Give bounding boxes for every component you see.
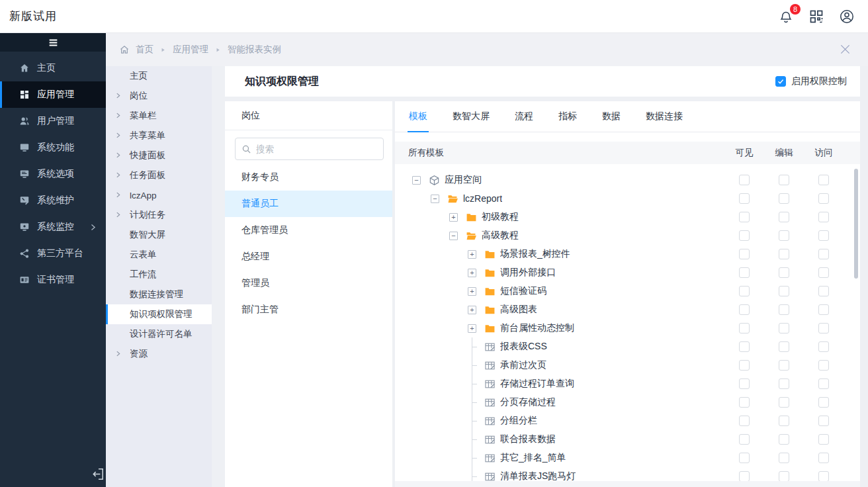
vertical-scrollbar-thumb[interactable] xyxy=(854,169,858,279)
permission-checkbox-可见[interactable] xyxy=(739,175,750,185)
sidebar-item-应用管理[interactable]: 应用管理 xyxy=(0,81,106,108)
tree-node[interactable]: +前台属性动态控制 xyxy=(395,322,724,334)
submenu-item-lczApp[interactable]: lczApp xyxy=(106,185,212,205)
close-icon[interactable] xyxy=(838,42,852,56)
tab-模板[interactable]: 模板 xyxy=(408,111,429,132)
submenu-item-任务面板[interactable]: 任务面板 xyxy=(106,165,212,185)
tree-node[interactable]: 承前过次页 xyxy=(395,356,724,375)
role-item[interactable]: 管理员 xyxy=(225,270,392,296)
permission-checkbox-访问[interactable] xyxy=(818,212,829,222)
role-item[interactable]: 财务专员 xyxy=(225,164,392,191)
sidebar-collapse-toggle[interactable] xyxy=(0,33,106,52)
tree-node[interactable]: +调用外部接口 xyxy=(395,267,724,279)
role-item[interactable]: 普通员工 xyxy=(225,191,392,217)
tab-数据[interactable]: 数据 xyxy=(601,111,622,132)
tree-node[interactable]: +初级教程 xyxy=(395,211,724,223)
permission-checkbox-编辑[interactable] xyxy=(779,416,789,426)
sidebar-item-证书管理[interactable]: 证书管理 xyxy=(0,267,106,293)
sidebar-item-第三方平台[interactable]: 第三方平台 xyxy=(0,240,106,267)
permission-checkbox-编辑[interactable] xyxy=(779,193,789,204)
permission-checkbox-编辑[interactable] xyxy=(779,267,789,278)
permission-checkbox-访问[interactable] xyxy=(818,397,829,408)
tab-指标[interactable]: 指标 xyxy=(557,111,578,132)
permission-checkbox-编辑[interactable] xyxy=(779,360,789,371)
submenu-item-快捷面板[interactable]: 快捷面板 xyxy=(106,146,212,165)
permission-checkbox-可见[interactable] xyxy=(739,230,750,241)
sidebar-item-系统监控[interactable]: 系统监控 xyxy=(0,214,106,240)
expand-node-icon[interactable]: + xyxy=(468,269,476,277)
tab-流程[interactable]: 流程 xyxy=(513,111,535,132)
breadcrumb-item[interactable]: 智能报表实例 xyxy=(228,44,281,56)
permission-checkbox-编辑[interactable] xyxy=(779,212,789,222)
role-search-box[interactable] xyxy=(235,138,384,160)
breadcrumb-item[interactable]: 应用管理 xyxy=(173,44,208,56)
breadcrumb-item[interactable]: 首页 xyxy=(136,44,153,56)
home-icon[interactable] xyxy=(119,44,130,55)
permission-checkbox-访问[interactable] xyxy=(818,416,829,426)
expand-node-icon[interactable]: + xyxy=(468,306,476,314)
permission-checkbox-可见[interactable] xyxy=(739,193,750,204)
role-search-input[interactable] xyxy=(256,144,377,154)
expand-node-icon[interactable]: + xyxy=(468,287,476,296)
qr-code-icon[interactable] xyxy=(808,9,824,24)
collapse-node-icon[interactable]: − xyxy=(431,195,439,203)
permission-checkbox-编辑[interactable] xyxy=(779,397,789,408)
permission-checkbox-编辑[interactable] xyxy=(779,286,789,296)
permission-checkbox-访问[interactable] xyxy=(818,249,829,259)
permission-checkbox-访问[interactable] xyxy=(818,193,829,204)
tree-node[interactable]: −应用空间 xyxy=(395,174,724,186)
permission-checkbox-编辑[interactable] xyxy=(779,341,789,352)
permission-checkbox-访问[interactable] xyxy=(818,175,829,185)
permission-checkbox-访问[interactable] xyxy=(818,230,829,241)
sidebar-item-系统维护[interactable]: 系统维护 xyxy=(0,187,106,214)
tree-node[interactable]: −lczReport xyxy=(395,193,724,204)
permission-checkbox-可见[interactable] xyxy=(739,286,750,296)
permission-checkbox-访问[interactable] xyxy=(818,471,829,482)
notification-bell-icon[interactable]: 8 xyxy=(778,9,794,24)
expand-node-icon[interactable]: + xyxy=(468,250,476,259)
role-item[interactable]: 部门主管 xyxy=(225,296,392,323)
permission-checkbox-访问[interactable] xyxy=(818,434,829,445)
sidebar-exit-button[interactable] xyxy=(91,466,106,482)
tree-node[interactable]: 分组分栏 xyxy=(395,412,724,430)
enable-permission-checkbox[interactable] xyxy=(775,76,786,87)
permission-checkbox-可见[interactable] xyxy=(739,397,750,408)
permission-checkbox-编辑[interactable] xyxy=(779,175,789,185)
tree-node[interactable]: −高级教程 xyxy=(395,230,724,242)
sidebar-item-主页[interactable]: 主页 xyxy=(0,55,106,81)
permission-checkbox-可见[interactable] xyxy=(739,323,750,333)
tree-node[interactable]: 报表级CSS xyxy=(395,337,724,356)
permission-checkbox-可见[interactable] xyxy=(739,360,750,371)
horizontal-scrollbar-track[interactable] xyxy=(395,481,860,487)
permission-checkbox-访问[interactable] xyxy=(818,286,829,296)
submenu-item-数智大屏[interactable]: 数智大屏 xyxy=(106,225,212,245)
submenu-item-云表单[interactable]: 云表单 xyxy=(106,245,212,265)
sidebar-item-系统功能[interactable]: 系统功能 xyxy=(0,134,106,161)
submenu-item-数据连接管理[interactable]: 数据连接管理 xyxy=(106,285,212,304)
permission-checkbox-可见[interactable] xyxy=(739,267,750,278)
permission-checkbox-编辑[interactable] xyxy=(779,378,789,389)
submenu-item-工作流[interactable]: 工作流 xyxy=(106,265,212,285)
permission-checkbox-可见[interactable] xyxy=(739,453,750,463)
tab-数智大屏[interactable]: 数智大屏 xyxy=(451,111,491,132)
role-item[interactable]: 总经理 xyxy=(225,244,392,270)
tree-node[interactable]: +短信验证码 xyxy=(395,285,724,297)
expand-node-icon[interactable]: + xyxy=(449,213,458,222)
submenu-item-共享菜单[interactable]: 共享菜单 xyxy=(106,126,212,146)
submenu-item-资源[interactable]: 资源 xyxy=(106,344,212,364)
tree-node[interactable]: 其它_排名_简单 xyxy=(395,449,724,467)
role-item[interactable]: 仓库管理员 xyxy=(225,217,392,244)
permission-checkbox-访问[interactable] xyxy=(818,323,829,333)
submenu-item-菜单栏[interactable]: 菜单栏 xyxy=(106,106,212,126)
submenu-item-设计器许可名单[interactable]: 设计器许可名单 xyxy=(106,324,212,344)
permission-checkbox-可见[interactable] xyxy=(739,378,750,389)
permission-checkbox-可见[interactable] xyxy=(739,304,750,315)
submenu-item-主页[interactable]: 主页 xyxy=(106,66,212,86)
collapse-node-icon[interactable]: − xyxy=(412,176,421,185)
tree-node[interactable]: 存储过程订单查询 xyxy=(395,375,724,393)
tree-node[interactable]: +高级图表 xyxy=(395,304,724,316)
permission-checkbox-编辑[interactable] xyxy=(779,434,789,445)
permission-checkbox-可见[interactable] xyxy=(739,212,750,222)
permission-checkbox-访问[interactable] xyxy=(818,341,829,352)
permission-checkbox-可见[interactable] xyxy=(739,416,750,426)
